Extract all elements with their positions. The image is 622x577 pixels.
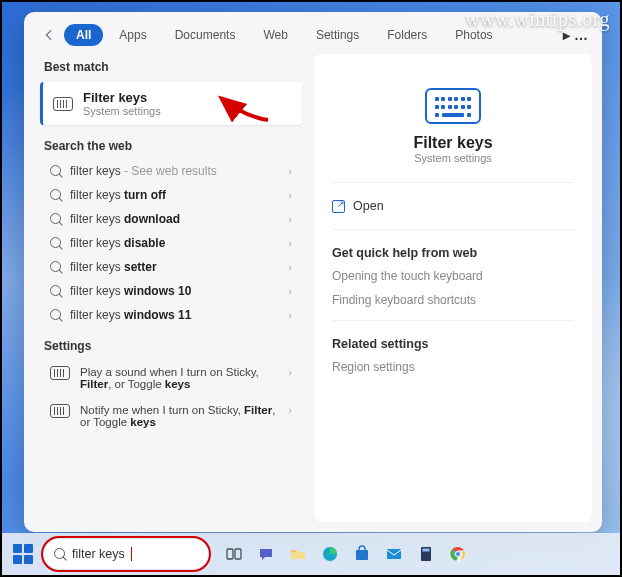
detail-title: Filter keys bbox=[332, 134, 574, 152]
arrow-left-icon bbox=[42, 28, 56, 42]
svg-rect-4 bbox=[356, 550, 368, 560]
best-match-result[interactable]: Filter keys System settings bbox=[40, 82, 302, 125]
keyboard-icon bbox=[53, 97, 73, 111]
best-match-title: Filter keys bbox=[83, 90, 161, 105]
chevron-right-icon: › bbox=[288, 213, 292, 225]
search-icon bbox=[54, 548, 66, 560]
chevron-right-icon: › bbox=[288, 309, 292, 321]
taskbar-chat-icon[interactable] bbox=[252, 540, 280, 568]
taskbar-task-view-icon[interactable] bbox=[220, 540, 248, 568]
web-result-2[interactable]: filter keys download › bbox=[40, 207, 302, 231]
tab-apps[interactable]: Apps bbox=[107, 24, 158, 46]
chevron-right-icon: › bbox=[288, 261, 292, 273]
tab-settings[interactable]: Settings bbox=[304, 24, 371, 46]
search-value: filter keys bbox=[72, 547, 125, 561]
detail-subtitle: System settings bbox=[332, 152, 574, 164]
related-link-region[interactable]: Region settings bbox=[332, 355, 574, 379]
keyboard-icon bbox=[50, 404, 70, 418]
taskbar-edge-icon[interactable] bbox=[316, 540, 344, 568]
settings-result-1[interactable]: Notify me when I turn on Sticky, Filter,… bbox=[40, 397, 302, 435]
tab-all[interactable]: All bbox=[64, 24, 103, 46]
tab-web[interactable]: Web bbox=[251, 24, 299, 46]
chevron-right-icon: › bbox=[288, 285, 292, 297]
svg-rect-1 bbox=[235, 549, 241, 559]
search-icon bbox=[50, 309, 62, 321]
tab-folders[interactable]: Folders bbox=[375, 24, 439, 46]
svg-rect-2 bbox=[291, 552, 305, 559]
taskbar-chrome-icon[interactable] bbox=[444, 540, 472, 568]
search-icon bbox=[50, 237, 62, 249]
taskbar-explorer-icon[interactable] bbox=[284, 540, 312, 568]
taskbar: filter keys bbox=[2, 533, 620, 575]
taskbar-search-input[interactable]: filter keys bbox=[44, 539, 208, 569]
best-match-subtitle: System settings bbox=[83, 105, 161, 117]
settings-section-label: Settings bbox=[34, 333, 308, 359]
svg-rect-7 bbox=[423, 549, 430, 552]
start-button[interactable] bbox=[8, 539, 38, 569]
best-match-label: Best match bbox=[34, 54, 308, 80]
search-web-label: Search the web bbox=[34, 133, 308, 159]
chevron-right-icon: › bbox=[288, 366, 292, 378]
open-external-icon bbox=[332, 200, 345, 213]
chevron-right-icon: › bbox=[288, 165, 292, 177]
web-result-0[interactable]: filter keys - See web results › bbox=[40, 159, 302, 183]
chevron-right-icon: › bbox=[288, 237, 292, 249]
web-result-5[interactable]: filter keys windows 10 › bbox=[40, 279, 302, 303]
settings-result-0[interactable]: Play a sound when I turn on Sticky, Filt… bbox=[40, 359, 302, 397]
chevron-right-icon: › bbox=[288, 404, 292, 416]
svg-rect-0 bbox=[227, 549, 233, 559]
back-button[interactable] bbox=[38, 24, 60, 46]
results-column: Best match Filter keys System settings S… bbox=[34, 54, 308, 522]
annotation-arrow-icon bbox=[213, 88, 273, 128]
svg-rect-5 bbox=[387, 549, 401, 559]
tab-documents[interactable]: Documents bbox=[163, 24, 248, 46]
search-icon bbox=[50, 165, 62, 177]
search-icon bbox=[50, 261, 62, 273]
web-result-1[interactable]: filter keys turn off › bbox=[40, 183, 302, 207]
web-result-3[interactable]: filter keys disable › bbox=[40, 231, 302, 255]
quick-link-shortcuts[interactable]: Finding keyboard shortcuts bbox=[332, 288, 574, 312]
taskbar-store-icon[interactable] bbox=[348, 540, 376, 568]
start-search-panel: All Apps Documents Web Settings Folders … bbox=[24, 12, 602, 532]
search-icon bbox=[50, 285, 62, 297]
chevron-right-icon: › bbox=[288, 189, 292, 201]
web-result-4[interactable]: filter keys setter › bbox=[40, 255, 302, 279]
web-result-6[interactable]: filter keys windows 11 › bbox=[40, 303, 302, 327]
quick-link-touch-keyboard[interactable]: Opening the touch keyboard bbox=[332, 264, 574, 288]
svg-point-10 bbox=[456, 552, 461, 557]
taskbar-mail-icon[interactable] bbox=[380, 540, 408, 568]
taskbar-calculator-icon[interactable] bbox=[412, 540, 440, 568]
related-settings-label: Related settings bbox=[332, 329, 574, 355]
quick-help-label: Get quick help from web bbox=[332, 238, 574, 264]
open-button[interactable]: Open bbox=[332, 191, 574, 221]
keyboard-icon bbox=[50, 366, 70, 380]
keyboard-large-icon bbox=[425, 88, 481, 124]
search-icon bbox=[50, 189, 62, 201]
watermark-text: www.wintips.org bbox=[465, 8, 610, 31]
detail-pane: Filter keys System settings Open Get qui… bbox=[314, 54, 592, 522]
search-icon bbox=[50, 213, 62, 225]
